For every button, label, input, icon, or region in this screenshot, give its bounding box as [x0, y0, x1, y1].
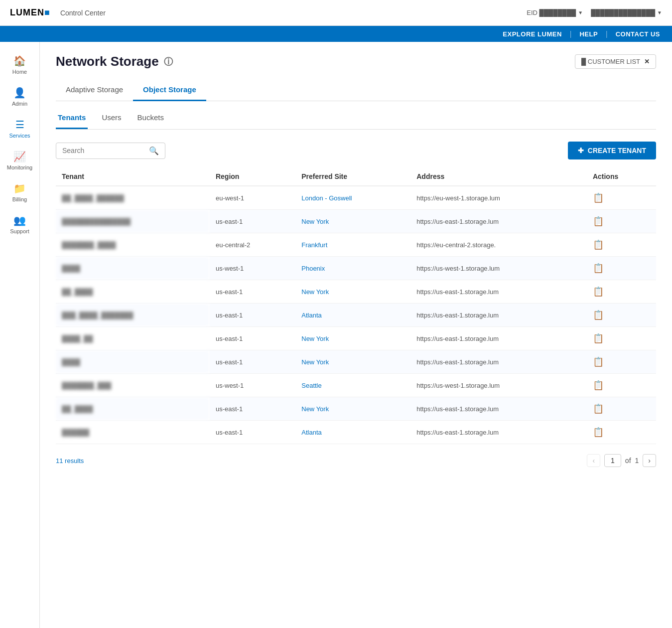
tenant-region: us-west-1	[210, 374, 295, 397]
sidebar-item-admin[interactable]: 👤 Admin	[2, 82, 38, 112]
search-input[interactable]	[62, 147, 145, 155]
sub-tab-users[interactable]: Users	[100, 109, 123, 129]
copy-icon[interactable]: 📋	[593, 404, 604, 414]
copy-icon[interactable]: 📋	[593, 216, 604, 226]
copy-icon[interactable]: 📋	[593, 287, 604, 297]
tenant-preferred-site: Atlanta	[295, 304, 410, 327]
copy-icon[interactable]: 📋	[593, 193, 604, 203]
main-layout: 🏠 Home 👤 Admin ☰ Services 📈 Monitoring 📁…	[0, 42, 672, 628]
tenant-address: https://us-west-1.storage.lum	[410, 374, 587, 397]
tenant-address: https://us-east-1.storage.lum	[410, 280, 587, 304]
page-header: Network Storage ⓘ █ CUSTOMER LIST ✕	[56, 54, 656, 69]
tenant-actions: 📋	[587, 397, 656, 421]
search-box[interactable]: 🔍	[56, 143, 165, 159]
tenant-region: us-west-1	[210, 257, 295, 280]
page-title-text: Network Storage	[56, 54, 159, 69]
copy-icon[interactable]: 📋	[593, 380, 604, 390]
copy-icon[interactable]: 📋	[593, 310, 604, 320]
table-row: ████ us-east-1 New York https://us-east-…	[56, 350, 656, 374]
copy-icon[interactable]: 📋	[593, 263, 604, 273]
eid-label: EID ████████	[527, 9, 576, 16]
tenant-region: eu-west-1	[210, 186, 295, 210]
sidebar-item-home[interactable]: 🏠 Home	[2, 50, 38, 80]
tenant-preferred-site: Phoenix	[295, 257, 410, 280]
explore-lumen-link[interactable]: EXPLORE LUMEN	[503, 30, 561, 38]
sub-tabs: Tenants Users Buckets	[56, 101, 656, 130]
support-icon: 👥	[13, 214, 26, 226]
monitoring-icon: 📈	[13, 151, 26, 162]
sub-tab-buckets-label: Buckets	[137, 113, 164, 122]
sub-tab-buckets[interactable]: Buckets	[135, 109, 166, 129]
tenant-preferred-site: New York	[295, 280, 410, 304]
tenant-preferred-site: Atlanta	[295, 421, 410, 444]
tenant-name: ████	[56, 257, 210, 280]
table-row: ████_██ us-east-1 New York https://us-ea…	[56, 327, 656, 350]
contact-us-link[interactable]: CONTACT US	[616, 30, 660, 38]
billing-icon: 📁	[13, 182, 26, 194]
tenant-address: https://eu-central-2.storage.	[410, 233, 587, 257]
tab-adaptive-storage[interactable]: Adaptive Storage	[56, 79, 133, 101]
close-icon[interactable]: ✕	[644, 58, 650, 65]
tenant-actions: 📋	[587, 421, 656, 444]
tenant-actions: 📋	[587, 327, 656, 350]
user-selector[interactable]: ██████████████ ▼	[591, 9, 662, 16]
sidebar-item-services[interactable]: ☰ Services	[2, 114, 38, 144]
main-content: Network Storage ⓘ █ CUSTOMER LIST ✕ Adap…	[40, 42, 672, 628]
divider-1: |	[570, 30, 572, 38]
sidebar-item-billing[interactable]: 📁 Billing	[2, 177, 38, 207]
copy-icon[interactable]: 📋	[593, 427, 604, 437]
create-tenant-button[interactable]: ✚ CREATE TENANT	[568, 142, 656, 159]
copy-icon[interactable]: 📋	[593, 357, 604, 367]
tenant-address: https://us-east-1.storage.lum	[410, 304, 587, 327]
sidebar-label-support: Support	[10, 228, 29, 234]
tenant-actions: 📋	[587, 186, 656, 210]
tenant-actions: 📋	[587, 374, 656, 397]
sidebar-label-services: Services	[9, 133, 30, 139]
tenant-name: ████_██	[56, 327, 210, 350]
copy-icon[interactable]: 📋	[593, 333, 604, 343]
prev-page-button[interactable]: ‹	[587, 454, 600, 467]
eid-selector[interactable]: EID ████████ ▼	[527, 9, 583, 16]
col-header-actions: Actions	[587, 167, 656, 186]
table-row: ██_████_██████ eu-west-1 London - Goswel…	[56, 186, 656, 210]
tenant-region: us-east-1	[210, 350, 295, 374]
tenant-actions: 📋	[587, 210, 656, 233]
sidebar-item-monitoring[interactable]: 📈 Monitoring	[2, 146, 38, 175]
main-tabs: Adaptive Storage Object Storage	[56, 79, 656, 101]
tenant-preferred-site: New York	[295, 350, 410, 374]
tenant-address: https://eu-west-1.storage.lum	[410, 186, 587, 210]
tenant-region: us-east-1	[210, 327, 295, 350]
help-link[interactable]: HELP	[579, 30, 598, 38]
home-icon: 🏠	[13, 55, 26, 67]
copy-icon[interactable]: 📋	[593, 240, 604, 250]
utility-bar: EXPLORE LUMEN | HELP | CONTACT US	[0, 26, 672, 42]
filter-badge[interactable]: █ CUSTOMER LIST ✕	[575, 54, 656, 69]
current-page: 1	[604, 454, 621, 467]
tenant-actions: 📋	[587, 350, 656, 374]
tenant-name: ██_████	[56, 397, 210, 421]
tenant-actions: 📋	[587, 233, 656, 257]
sub-tab-tenants[interactable]: Tenants	[56, 109, 88, 129]
tenant-address: https://us-west-1.storage.lum	[410, 257, 587, 280]
user-label: ██████████████	[591, 9, 655, 16]
search-icon[interactable]: 🔍	[149, 146, 159, 156]
tenant-actions: 📋	[587, 304, 656, 327]
app-title: Control Center	[60, 9, 527, 17]
filter-badge-text: █ CUSTOMER LIST	[581, 58, 640, 65]
tab-object-storage[interactable]: Object Storage	[133, 79, 206, 101]
top-bar: LUMEN■ Control Center EID ████████ ▼ ███…	[0, 0, 672, 26]
table-row: ██_████ us-east-1 New York https://us-ea…	[56, 397, 656, 421]
tenant-name: ██████	[56, 421, 210, 444]
tenant-preferred-site: New York	[295, 210, 410, 233]
page-of-label: of	[625, 457, 631, 465]
table-controls: 🔍 ✚ CREATE TENANT	[56, 142, 656, 159]
tenant-region: us-east-1	[210, 397, 295, 421]
tenant-actions: 📋	[587, 280, 656, 304]
sidebar-item-support[interactable]: 👥 Support	[2, 209, 38, 239]
tenant-name: ███_████_███████	[56, 304, 210, 327]
sidebar-label-billing: Billing	[12, 196, 27, 202]
tenant-address: https://us-east-1.storage.lum	[410, 327, 587, 350]
help-circle-icon[interactable]: ⓘ	[164, 56, 173, 68]
next-page-button[interactable]: ›	[643, 454, 656, 467]
table-header: Tenant Region Preferred Site Address Act…	[56, 167, 656, 186]
